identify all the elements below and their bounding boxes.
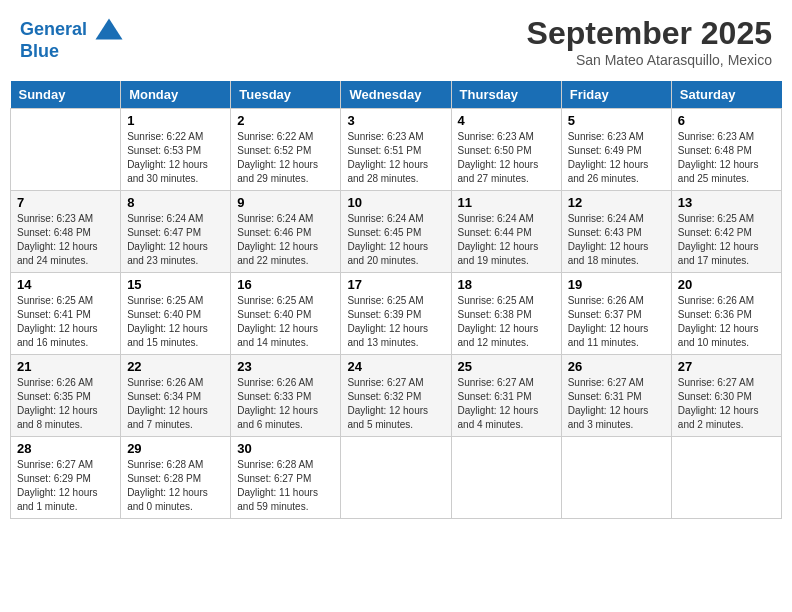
day-info: Sunrise: 6:25 AM Sunset: 6:41 PM Dayligh… <box>17 294 114 350</box>
calendar-cell: 8Sunrise: 6:24 AM Sunset: 6:47 PM Daylig… <box>121 191 231 273</box>
day-info: Sunrise: 6:23 AM Sunset: 6:50 PM Dayligh… <box>458 130 555 186</box>
title-area: September 2025 San Mateo Atarasquillo, M… <box>527 15 772 68</box>
calendar-cell: 9Sunrise: 6:24 AM Sunset: 6:46 PM Daylig… <box>231 191 341 273</box>
day-number: 10 <box>347 195 444 210</box>
day-info: Sunrise: 6:24 AM Sunset: 6:43 PM Dayligh… <box>568 212 665 268</box>
calendar-cell: 25Sunrise: 6:27 AM Sunset: 6:31 PM Dayli… <box>451 355 561 437</box>
week-row-5: 28Sunrise: 6:27 AM Sunset: 6:29 PM Dayli… <box>11 437 782 519</box>
calendar-cell <box>11 109 121 191</box>
calendar-cell: 21Sunrise: 6:26 AM Sunset: 6:35 PM Dayli… <box>11 355 121 437</box>
day-info: Sunrise: 6:23 AM Sunset: 6:51 PM Dayligh… <box>347 130 444 186</box>
day-info: Sunrise: 6:24 AM Sunset: 6:46 PM Dayligh… <box>237 212 334 268</box>
day-info: Sunrise: 6:23 AM Sunset: 6:49 PM Dayligh… <box>568 130 665 186</box>
day-info: Sunrise: 6:27 AM Sunset: 6:32 PM Dayligh… <box>347 376 444 432</box>
column-header-saturday: Saturday <box>671 81 781 109</box>
day-info: Sunrise: 6:25 AM Sunset: 6:42 PM Dayligh… <box>678 212 775 268</box>
calendar-cell: 5Sunrise: 6:23 AM Sunset: 6:49 PM Daylig… <box>561 109 671 191</box>
day-info: Sunrise: 6:23 AM Sunset: 6:48 PM Dayligh… <box>17 212 114 268</box>
day-number: 17 <box>347 277 444 292</box>
calendar-cell: 19Sunrise: 6:26 AM Sunset: 6:37 PM Dayli… <box>561 273 671 355</box>
day-info: Sunrise: 6:26 AM Sunset: 6:33 PM Dayligh… <box>237 376 334 432</box>
day-number: 6 <box>678 113 775 128</box>
day-info: Sunrise: 6:25 AM Sunset: 6:40 PM Dayligh… <box>237 294 334 350</box>
day-info: Sunrise: 6:26 AM Sunset: 6:37 PM Dayligh… <box>568 294 665 350</box>
calendar-cell: 14Sunrise: 6:25 AM Sunset: 6:41 PM Dayli… <box>11 273 121 355</box>
day-number: 8 <box>127 195 224 210</box>
day-number: 21 <box>17 359 114 374</box>
calendar-cell: 3Sunrise: 6:23 AM Sunset: 6:51 PM Daylig… <box>341 109 451 191</box>
day-number: 7 <box>17 195 114 210</box>
column-header-thursday: Thursday <box>451 81 561 109</box>
day-number: 11 <box>458 195 555 210</box>
day-number: 29 <box>127 441 224 456</box>
location: San Mateo Atarasquillo, Mexico <box>527 52 772 68</box>
column-header-friday: Friday <box>561 81 671 109</box>
calendar-cell: 4Sunrise: 6:23 AM Sunset: 6:50 PM Daylig… <box>451 109 561 191</box>
week-row-1: 1Sunrise: 6:22 AM Sunset: 6:53 PM Daylig… <box>11 109 782 191</box>
day-number: 2 <box>237 113 334 128</box>
day-number: 15 <box>127 277 224 292</box>
day-number: 4 <box>458 113 555 128</box>
calendar-cell: 18Sunrise: 6:25 AM Sunset: 6:38 PM Dayli… <box>451 273 561 355</box>
day-info: Sunrise: 6:23 AM Sunset: 6:48 PM Dayligh… <box>678 130 775 186</box>
calendar-cell: 16Sunrise: 6:25 AM Sunset: 6:40 PM Dayli… <box>231 273 341 355</box>
week-row-3: 14Sunrise: 6:25 AM Sunset: 6:41 PM Dayli… <box>11 273 782 355</box>
calendar-cell: 23Sunrise: 6:26 AM Sunset: 6:33 PM Dayli… <box>231 355 341 437</box>
header-row: SundayMondayTuesdayWednesdayThursdayFrid… <box>11 81 782 109</box>
day-info: Sunrise: 6:27 AM Sunset: 6:30 PM Dayligh… <box>678 376 775 432</box>
column-header-wednesday: Wednesday <box>341 81 451 109</box>
calendar-cell: 28Sunrise: 6:27 AM Sunset: 6:29 PM Dayli… <box>11 437 121 519</box>
day-info: Sunrise: 6:26 AM Sunset: 6:34 PM Dayligh… <box>127 376 224 432</box>
day-number: 25 <box>458 359 555 374</box>
calendar-cell: 20Sunrise: 6:26 AM Sunset: 6:36 PM Dayli… <box>671 273 781 355</box>
calendar-cell: 13Sunrise: 6:25 AM Sunset: 6:42 PM Dayli… <box>671 191 781 273</box>
calendar-cell: 12Sunrise: 6:24 AM Sunset: 6:43 PM Dayli… <box>561 191 671 273</box>
day-info: Sunrise: 6:25 AM Sunset: 6:40 PM Dayligh… <box>127 294 224 350</box>
column-header-tuesday: Tuesday <box>231 81 341 109</box>
calendar-cell: 2Sunrise: 6:22 AM Sunset: 6:52 PM Daylig… <box>231 109 341 191</box>
day-number: 3 <box>347 113 444 128</box>
day-number: 12 <box>568 195 665 210</box>
calendar-cell: 24Sunrise: 6:27 AM Sunset: 6:32 PM Dayli… <box>341 355 451 437</box>
day-number: 13 <box>678 195 775 210</box>
calendar-cell: 30Sunrise: 6:28 AM Sunset: 6:27 PM Dayli… <box>231 437 341 519</box>
day-number: 30 <box>237 441 334 456</box>
day-info: Sunrise: 6:25 AM Sunset: 6:39 PM Dayligh… <box>347 294 444 350</box>
calendar-cell <box>341 437 451 519</box>
calendar-cell <box>451 437 561 519</box>
day-number: 23 <box>237 359 334 374</box>
calendar-cell: 1Sunrise: 6:22 AM Sunset: 6:53 PM Daylig… <box>121 109 231 191</box>
day-info: Sunrise: 6:24 AM Sunset: 6:44 PM Dayligh… <box>458 212 555 268</box>
svg-marker-0 <box>96 18 123 39</box>
calendar-cell: 7Sunrise: 6:23 AM Sunset: 6:48 PM Daylig… <box>11 191 121 273</box>
calendar-cell: 11Sunrise: 6:24 AM Sunset: 6:44 PM Dayli… <box>451 191 561 273</box>
day-number: 26 <box>568 359 665 374</box>
day-info: Sunrise: 6:24 AM Sunset: 6:45 PM Dayligh… <box>347 212 444 268</box>
calendar-cell: 22Sunrise: 6:26 AM Sunset: 6:34 PM Dayli… <box>121 355 231 437</box>
day-info: Sunrise: 6:24 AM Sunset: 6:47 PM Dayligh… <box>127 212 224 268</box>
calendar-cell: 10Sunrise: 6:24 AM Sunset: 6:45 PM Dayli… <box>341 191 451 273</box>
week-row-2: 7Sunrise: 6:23 AM Sunset: 6:48 PM Daylig… <box>11 191 782 273</box>
day-number: 22 <box>127 359 224 374</box>
day-number: 16 <box>237 277 334 292</box>
day-info: Sunrise: 6:27 AM Sunset: 6:29 PM Dayligh… <box>17 458 114 514</box>
month-title: September 2025 <box>527 15 772 52</box>
day-info: Sunrise: 6:26 AM Sunset: 6:35 PM Dayligh… <box>17 376 114 432</box>
day-number: 20 <box>678 277 775 292</box>
column-header-monday: Monday <box>121 81 231 109</box>
calendar-cell: 27Sunrise: 6:27 AM Sunset: 6:30 PM Dayli… <box>671 355 781 437</box>
day-number: 27 <box>678 359 775 374</box>
logo: General Blue <box>20 15 124 62</box>
calendar-cell: 17Sunrise: 6:25 AM Sunset: 6:39 PM Dayli… <box>341 273 451 355</box>
day-info: Sunrise: 6:27 AM Sunset: 6:31 PM Dayligh… <box>458 376 555 432</box>
day-info: Sunrise: 6:27 AM Sunset: 6:31 PM Dayligh… <box>568 376 665 432</box>
day-info: Sunrise: 6:26 AM Sunset: 6:36 PM Dayligh… <box>678 294 775 350</box>
day-number: 19 <box>568 277 665 292</box>
day-info: Sunrise: 6:28 AM Sunset: 6:28 PM Dayligh… <box>127 458 224 514</box>
day-number: 1 <box>127 113 224 128</box>
page-header: General Blue September 2025 San Mateo At… <box>10 10 782 73</box>
calendar-cell: 26Sunrise: 6:27 AM Sunset: 6:31 PM Dayli… <box>561 355 671 437</box>
day-info: Sunrise: 6:25 AM Sunset: 6:38 PM Dayligh… <box>458 294 555 350</box>
calendar-cell: 29Sunrise: 6:28 AM Sunset: 6:28 PM Dayli… <box>121 437 231 519</box>
day-number: 24 <box>347 359 444 374</box>
